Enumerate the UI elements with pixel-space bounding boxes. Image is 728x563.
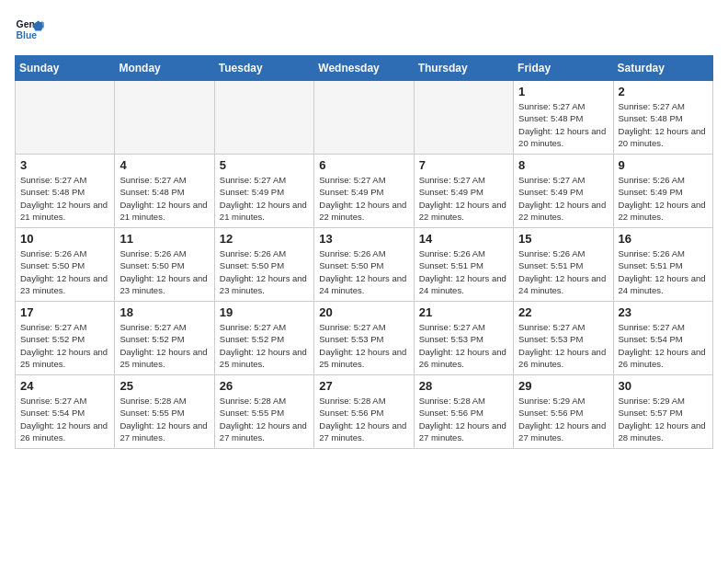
week-row-3: 10Sunrise: 5:26 AM Sunset: 5:50 PM Dayli…	[16, 228, 713, 302]
calendar-cell: 20Sunrise: 5:27 AM Sunset: 5:53 PM Dayli…	[314, 302, 414, 375]
day-number: 29	[518, 379, 608, 393]
day-info: Sunrise: 5:27 AM Sunset: 5:49 PM Dayligh…	[319, 174, 408, 223]
calendar-cell: 4Sunrise: 5:27 AM Sunset: 5:48 PM Daylig…	[115, 155, 214, 228]
weekday-header-wednesday: Wednesday	[314, 56, 414, 81]
day-info: Sunrise: 5:28 AM Sunset: 5:55 PM Dayligh…	[119, 395, 209, 443]
day-info: Sunrise: 5:29 AM Sunset: 5:56 PM Dayligh…	[518, 395, 608, 443]
day-number: 18	[119, 305, 209, 319]
day-number: 17	[20, 305, 109, 319]
calendar-cell	[16, 81, 115, 155]
calendar-cell: 19Sunrise: 5:27 AM Sunset: 5:52 PM Dayli…	[214, 302, 313, 375]
svg-text:Blue: Blue	[17, 30, 38, 40]
day-info: Sunrise: 5:27 AM Sunset: 5:52 PM Dayligh…	[20, 321, 109, 370]
day-number: 22	[518, 305, 608, 319]
day-number: 10	[20, 232, 109, 246]
weekday-header-tuesday: Tuesday	[214, 56, 313, 81]
day-info: Sunrise: 5:27 AM Sunset: 5:48 PM Dayligh…	[119, 174, 209, 223]
day-info: Sunrise: 5:27 AM Sunset: 5:53 PM Dayligh…	[419, 321, 508, 370]
day-info: Sunrise: 5:27 AM Sunset: 5:54 PM Dayligh…	[20, 395, 109, 443]
calendar-cell	[414, 81, 513, 155]
calendar-cell: 27Sunrise: 5:28 AM Sunset: 5:56 PM Dayli…	[314, 375, 414, 449]
day-number: 24	[20, 379, 109, 393]
day-number: 25	[119, 379, 209, 393]
day-number: 5	[220, 158, 309, 172]
day-number: 28	[419, 379, 508, 393]
calendar-cell: 15Sunrise: 5:26 AM Sunset: 5:51 PM Dayli…	[514, 228, 613, 302]
day-number: 16	[619, 232, 708, 246]
day-number: 1	[518, 85, 608, 98]
weekday-header-friday: Friday	[514, 56, 613, 81]
day-info: Sunrise: 5:27 AM Sunset: 5:53 PM Dayligh…	[518, 321, 608, 370]
day-number: 21	[419, 305, 508, 319]
day-number: 26	[220, 379, 309, 393]
day-info: Sunrise: 5:26 AM Sunset: 5:51 PM Dayligh…	[619, 247, 708, 296]
day-info: Sunrise: 5:27 AM Sunset: 5:49 PM Dayligh…	[419, 174, 508, 223]
day-info: Sunrise: 5:28 AM Sunset: 5:56 PM Dayligh…	[319, 395, 408, 443]
day-info: Sunrise: 5:27 AM Sunset: 5:49 PM Dayligh…	[220, 174, 309, 223]
week-row-2: 3Sunrise: 5:27 AM Sunset: 5:48 PM Daylig…	[16, 155, 713, 228]
day-info: Sunrise: 5:26 AM Sunset: 5:51 PM Dayligh…	[419, 247, 508, 296]
day-info: Sunrise: 5:28 AM Sunset: 5:55 PM Dayligh…	[220, 395, 309, 443]
day-info: Sunrise: 5:26 AM Sunset: 5:50 PM Dayligh…	[319, 247, 408, 296]
weekday-header-saturday: Saturday	[613, 56, 712, 81]
calendar-cell: 26Sunrise: 5:28 AM Sunset: 5:55 PM Dayli…	[214, 375, 313, 449]
calendar-cell: 18Sunrise: 5:27 AM Sunset: 5:52 PM Dayli…	[115, 302, 214, 375]
calendar-cell: 2Sunrise: 5:27 AM Sunset: 5:48 PM Daylig…	[613, 81, 712, 155]
calendar-cell: 23Sunrise: 5:27 AM Sunset: 5:54 PM Dayli…	[613, 302, 712, 375]
calendar-cell: 5Sunrise: 5:27 AM Sunset: 5:49 PM Daylig…	[214, 155, 313, 228]
day-info: Sunrise: 5:27 AM Sunset: 5:54 PM Dayligh…	[619, 321, 708, 370]
calendar-cell: 11Sunrise: 5:26 AM Sunset: 5:50 PM Dayli…	[115, 228, 214, 302]
day-info: Sunrise: 5:26 AM Sunset: 5:50 PM Dayligh…	[20, 247, 109, 296]
calendar-cell	[115, 81, 214, 155]
weekday-header-monday: Monday	[115, 56, 214, 81]
day-info: Sunrise: 5:27 AM Sunset: 5:48 PM Dayligh…	[619, 100, 708, 149]
calendar-cell: 6Sunrise: 5:27 AM Sunset: 5:49 PM Daylig…	[314, 155, 414, 228]
calendar-cell: 16Sunrise: 5:26 AM Sunset: 5:51 PM Dayli…	[613, 228, 712, 302]
day-number: 14	[419, 232, 508, 246]
calendar-cell: 21Sunrise: 5:27 AM Sunset: 5:53 PM Dayli…	[414, 302, 513, 375]
weekday-header-thursday: Thursday	[414, 56, 513, 81]
calendar-cell: 9Sunrise: 5:26 AM Sunset: 5:49 PM Daylig…	[613, 155, 712, 228]
day-number: 20	[319, 305, 408, 319]
calendar-table: SundayMondayTuesdayWednesdayThursdayFrid…	[15, 55, 713, 449]
day-number: 4	[119, 158, 209, 172]
day-info: Sunrise: 5:27 AM Sunset: 5:52 PM Dayligh…	[119, 321, 209, 370]
day-info: Sunrise: 5:27 AM Sunset: 5:48 PM Dayligh…	[20, 174, 109, 223]
day-number: 13	[319, 232, 408, 246]
day-info: Sunrise: 5:27 AM Sunset: 5:53 PM Dayligh…	[319, 321, 408, 370]
logo-icon: General Blue	[15, 15, 44, 44]
day-info: Sunrise: 5:27 AM Sunset: 5:49 PM Dayligh…	[518, 174, 608, 223]
day-number: 7	[419, 158, 508, 172]
day-number: 15	[518, 232, 608, 246]
calendar-cell: 7Sunrise: 5:27 AM Sunset: 5:49 PM Daylig…	[414, 155, 513, 228]
calendar-cell: 24Sunrise: 5:27 AM Sunset: 5:54 PM Dayli…	[16, 375, 115, 449]
day-number: 19	[220, 305, 309, 319]
weekday-header-sunday: Sunday	[16, 56, 115, 81]
calendar-cell: 10Sunrise: 5:26 AM Sunset: 5:50 PM Dayli…	[16, 228, 115, 302]
day-number: 9	[619, 158, 708, 172]
calendar-cell: 30Sunrise: 5:29 AM Sunset: 5:57 PM Dayli…	[613, 375, 712, 449]
day-info: Sunrise: 5:26 AM Sunset: 5:51 PM Dayligh…	[518, 247, 608, 296]
weekday-header-row: SundayMondayTuesdayWednesdayThursdayFrid…	[16, 56, 713, 81]
logo: General Blue	[15, 15, 44, 44]
calendar-cell: 12Sunrise: 5:26 AM Sunset: 5:50 PM Dayli…	[214, 228, 313, 302]
day-info: Sunrise: 5:29 AM Sunset: 5:57 PM Dayligh…	[619, 395, 708, 443]
day-number: 8	[518, 158, 608, 172]
day-number: 12	[220, 232, 309, 246]
calendar-cell: 8Sunrise: 5:27 AM Sunset: 5:49 PM Daylig…	[514, 155, 613, 228]
calendar-cell: 3Sunrise: 5:27 AM Sunset: 5:48 PM Daylig…	[16, 155, 115, 228]
calendar-cell: 28Sunrise: 5:28 AM Sunset: 5:56 PM Dayli…	[414, 375, 513, 449]
week-row-4: 17Sunrise: 5:27 AM Sunset: 5:52 PM Dayli…	[16, 302, 713, 375]
calendar-cell: 22Sunrise: 5:27 AM Sunset: 5:53 PM Dayli…	[514, 302, 613, 375]
page-header: General Blue	[15, 15, 713, 44]
calendar-cell	[314, 81, 414, 155]
week-row-1: 1Sunrise: 5:27 AM Sunset: 5:48 PM Daylig…	[16, 81, 713, 155]
calendar-cell: 25Sunrise: 5:28 AM Sunset: 5:55 PM Dayli…	[115, 375, 214, 449]
day-info: Sunrise: 5:27 AM Sunset: 5:52 PM Dayligh…	[220, 321, 309, 370]
calendar-cell: 14Sunrise: 5:26 AM Sunset: 5:51 PM Dayli…	[414, 228, 513, 302]
day-number: 2	[619, 85, 708, 98]
day-number: 23	[619, 305, 708, 319]
day-info: Sunrise: 5:27 AM Sunset: 5:48 PM Dayligh…	[518, 100, 608, 149]
calendar-cell	[214, 81, 313, 155]
day-info: Sunrise: 5:26 AM Sunset: 5:50 PM Dayligh…	[220, 247, 309, 296]
